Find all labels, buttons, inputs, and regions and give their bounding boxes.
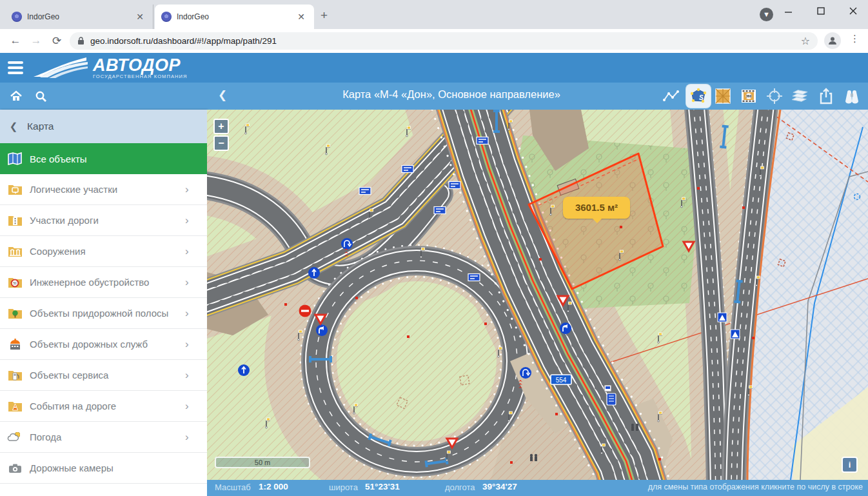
longitude-label: долгота — [445, 482, 475, 492]
window-maximize-button[interactable] — [806, 0, 836, 21]
browser-url-bar: ← → ⟳ geo.indorsoft.ru/dashboard/#!/app/… — [0, 29, 868, 54]
zoom-out-button[interactable]: − — [213, 135, 229, 151]
layers-sidebar: ❮ Карта Все объекты Логические участки ›… — [0, 110, 207, 496]
measure-area-icon[interactable]: S — [686, 84, 711, 108]
browser-tab-2-active[interactable]: IndorGeo ✕ — [155, 5, 314, 29]
home-icon[interactable] — [8, 88, 25, 104]
logical-sections-folder-icon — [0, 183, 30, 195]
locate-crosshair-icon[interactable] — [766, 88, 783, 104]
sidebar-item-road-sections[interactable]: Участки дороги › — [0, 205, 207, 236]
structures-folder-icon — [0, 245, 30, 257]
chevron-right-icon: › — [185, 276, 207, 289]
browser-menu-icon[interactable]: ⋮ — [850, 33, 860, 45]
sidebar-item-label: Дорожные камеры — [30, 462, 207, 473]
sidebar-item-roadside-objects[interactable]: Объекты придорожной полосы › — [0, 298, 207, 329]
browser-tab-1[interactable]: IndorGeo ✕ — [5, 5, 153, 29]
chevron-left-icon[interactable]: ❮ — [0, 121, 27, 132]
scale-value[interactable]: 1:2 000 — [259, 482, 288, 491]
address-field[interactable]: geo.indorsoft.ru/dashboard/#!/app/map/pa… — [70, 32, 818, 50]
chevron-right-icon: › — [185, 183, 207, 196]
measure-line-icon[interactable] — [663, 88, 680, 104]
road-sections-folder-icon — [0, 214, 30, 226]
tab-close-icon[interactable]: ✕ — [295, 11, 308, 23]
scale-bar: 50 m — [215, 457, 310, 468]
sidebar-item-label: Участки дороги — [30, 215, 185, 226]
url-text: geo.indorsoft.ru/dashboard/#!/app/map/pa… — [90, 36, 795, 46]
browser-tab-strip: IndorGeo ✕ IndorGeo ✕ + ▼ — [0, 0, 868, 29]
collapse-panel-icon[interactable]: ❮ — [218, 88, 227, 102]
forward-icon[interactable]: → — [28, 33, 44, 48]
svg-text:360: 360 — [746, 94, 752, 98]
sidebar-item-label: Инженерное обустройство — [30, 277, 185, 288]
window-minimize-button[interactable] — [774, 0, 804, 21]
sidebar-title: Карта — [27, 121, 54, 132]
chevron-right-icon: › — [185, 214, 207, 227]
reload-icon[interactable]: ⟳ — [49, 33, 64, 48]
map-graphic: 554 — [207, 110, 868, 480]
logo-subtitle: ГОСУДАРСТВЕННАЯ КОМПАНИЯ — [93, 74, 188, 79]
tab-close-icon[interactable]: ✕ — [133, 11, 146, 23]
longitude-value[interactable]: 39°34'27 — [482, 482, 517, 491]
road-services-icon — [0, 338, 30, 350]
tab-title: IndorGeo — [27, 12, 128, 21]
logo-title: АВТОДОР — [93, 57, 188, 74]
bookmark-star-icon[interactable]: ☆ — [801, 35, 810, 47]
sidebar-item-label: Все объекты — [30, 154, 207, 164]
indorgeo-favicon-icon — [161, 12, 172, 22]
app-header: АВТОДОР ГОСУДАРСТВЕННАЯ КОМПАНИЯ — [0, 53, 868, 83]
person-icon — [827, 35, 838, 46]
sidebar-item-logical-sections[interactable]: Логические участки › — [0, 174, 207, 205]
sidebar-item-label: Объекты сервиса — [30, 370, 185, 381]
layers-icon[interactable] — [792, 88, 809, 104]
latitude-label: широта — [329, 482, 358, 492]
sidebar-item-road-cameras[interactable]: Дорожные камеры — [0, 453, 207, 484]
sidebar-item-road-events[interactable]: События на дороге › — [0, 391, 207, 422]
binoculars-icon[interactable] — [843, 88, 860, 104]
sidebar-item-label: Объекты дорожных служб — [30, 339, 185, 350]
sidebar-item-all-objects[interactable]: Все объекты — [0, 143, 207, 174]
measured-area-tooltip: 3601.5 м² — [563, 197, 630, 219]
sidebar-item-label: Объекты придорожной полосы — [30, 308, 185, 319]
svg-text:554: 554 — [556, 377, 567, 384]
chevron-right-icon: › — [185, 431, 207, 444]
sidebar-item-weather[interactable]: Погода › — [0, 422, 207, 453]
profile-avatar[interactable] — [824, 32, 841, 49]
sidebar-item-road-services[interactable]: Объекты дорожных служб › — [0, 329, 207, 360]
weather-icon — [0, 431, 30, 443]
sidebar-item-label: Погода — [30, 432, 185, 442]
video-360-icon[interactable]: 360 — [740, 88, 757, 104]
map-info-button[interactable]: i — [842, 457, 858, 473]
window-close-button[interactable] — [838, 0, 868, 21]
new-tab-button[interactable]: + — [321, 8, 328, 23]
statusbar-hint: для смены типа отображения кликните по ч… — [648, 482, 863, 491]
camera-icon — [0, 462, 30, 474]
latitude-value[interactable]: 51°23'31 — [365, 482, 400, 491]
tab-title: IndorGeo — [177, 12, 290, 21]
sidebar-item-engineering[interactable]: 50 Инженерное обустройство › — [0, 267, 207, 298]
avtodor-swoosh-icon — [32, 55, 89, 81]
chevron-right-icon: › — [185, 369, 207, 382]
map-sheets-icon[interactable] — [715, 88, 731, 104]
hamburger-menu-icon[interactable] — [8, 61, 23, 74]
chevron-right-icon: › — [185, 400, 207, 413]
sidebar-header[interactable]: ❮ Карта — [0, 110, 207, 143]
service-objects-folder-icon — [0, 369, 30, 381]
map-toolbar: ❮ Карта «М-4 «Дон», Основное направление… — [0, 83, 868, 110]
zoom-in-button[interactable]: + — [213, 119, 229, 134]
chevron-right-icon: › — [185, 338, 207, 351]
chevron-right-icon: › — [185, 245, 207, 258]
sidebar-item-label: Логические участки — [30, 184, 185, 195]
lock-icon — [77, 37, 84, 45]
search-icon[interactable] — [32, 88, 49, 104]
export-icon[interactable] — [818, 88, 834, 104]
sidebar-item-service-objects[interactable]: Объекты сервиса › — [0, 360, 207, 391]
back-icon[interactable]: ← — [8, 33, 23, 48]
map-canvas[interactable]: 554 + − 3601.5 м² 50 m — [207, 110, 868, 480]
browser-update-icon[interactable]: ▼ — [760, 8, 773, 21]
engineering-folder-icon: 50 — [0, 276, 30, 288]
sidebar-item-structures[interactable]: Сооружения › — [0, 236, 207, 267]
road-events-folder-icon — [0, 400, 30, 412]
km-sign: 554 — [551, 375, 571, 384]
chevron-right-icon: › — [185, 307, 207, 320]
avtodor-logo: АВТОДОР ГОСУДАРСТВЕННАЯ КОМПАНИЯ — [32, 55, 188, 81]
